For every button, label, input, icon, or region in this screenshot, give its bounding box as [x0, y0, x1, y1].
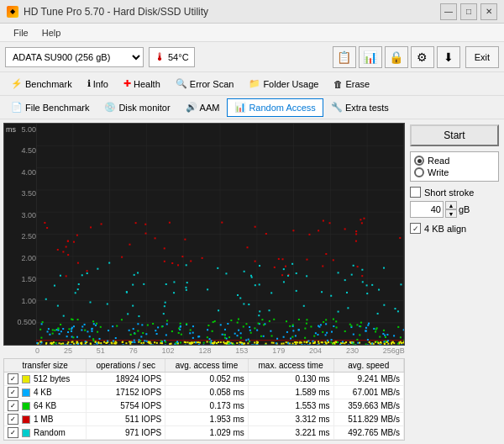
right-panel: Start Read Write Short stroke ▲ ▼ [408, 123, 501, 441]
close-button[interactable]: ✕ [480, 3, 497, 20]
align-option: ✓ 4 KB align [410, 223, 499, 234]
error-scan-icon: 🔍 [176, 78, 187, 89]
row-checkbox[interactable]: ✓ [8, 400, 18, 411]
y-label-300: 3.00 [6, 211, 36, 219]
write-radio[interactable]: Write [414, 167, 495, 177]
cell-label: ✓ Random [4, 426, 87, 440]
cell-avg-speed: 359.663 MB/s [333, 399, 403, 413]
table-row: ✓ 4 KB 17152 IOPS 0.058 ms 1.589 ms 67.0… [4, 386, 404, 399]
tab-erase[interactable]: 🗑 Erase [326, 75, 377, 93]
temperature-value: 54°C [168, 52, 189, 62]
thermometer-icon: 🌡 [155, 50, 165, 63]
window-title: HD Tune Pro 5.70 - Hard Disk/SSD Utility [24, 6, 208, 18]
chart-area: ms 5.00 4.50 4.00 3.50 3.00 2.50 2.00 1.… [3, 123, 405, 346]
tab-random-access[interactable]: 📊 Random Access [227, 98, 323, 117]
row-checkbox[interactable]: ✓ [8, 373, 18, 384]
cell-max-access: 0.130 ms [248, 373, 333, 386]
extra-tests-icon: 🔧 [331, 102, 343, 113]
maximize-button[interactable]: □ [460, 3, 477, 20]
row-checkbox[interactable]: ✓ [8, 387, 18, 398]
short-stroke-label: Short stroke [424, 188, 474, 198]
stroke-up-button[interactable]: ▲ [445, 201, 457, 209]
toolbar: ADATA SU900 (256 gB) 🌡 54°C 📋 📊 🔒 ⚙ ⬇ Ex… [0, 42, 504, 72]
table-row: ✓ 64 KB 5754 IOPS 0.173 ms 1.553 ms 359.… [4, 399, 404, 413]
toolbar-btn-3[interactable]: 🔒 [385, 46, 408, 68]
random-access-icon: 📊 [234, 102, 246, 113]
y-label-100: 1.00 [6, 297, 36, 305]
toolbar-btn-5[interactable]: ⬇ [437, 46, 460, 68]
y-label-500: 5.00 [6, 125, 36, 134]
menu-file[interactable]: File [7, 27, 35, 39]
tab-folder-usage[interactable]: 📁 Folder Usage [241, 75, 326, 93]
col-avg-speed: avg. speed [333, 359, 403, 373]
y-axis: 5.00 4.50 4.00 3.50 3.00 2.50 2.00 1.50 … [4, 124, 36, 328]
cell-ops: 971 IOPS [87, 426, 165, 440]
x-label-204: 204 [309, 346, 322, 355]
x-label-102: 102 [162, 346, 175, 355]
y-label-150: 1.50 [6, 275, 36, 283]
disk-monitor-icon: 💿 [104, 102, 116, 113]
toolbar-btn-2[interactable]: 📊 [359, 46, 382, 68]
cell-transfer-size: 64 KB [34, 401, 56, 410]
legend-color [22, 429, 30, 437]
col-max-access: max. access time [248, 359, 333, 373]
stroke-spinner: ▲ ▼ [445, 201, 457, 218]
start-button[interactable]: Start [410, 124, 499, 146]
scatter-canvas [36, 124, 404, 345]
cell-avg-access: 1.029 ms [165, 426, 249, 440]
minimize-button[interactable]: — [440, 3, 457, 20]
toolbar-btn-1[interactable]: 📋 [333, 46, 356, 68]
x-axis: 0 25 51 76 102 128 153 179 204 230 256gB [3, 346, 405, 356]
tab-aam-label: AAM [200, 103, 220, 113]
x-label-0: 0 [35, 346, 39, 355]
row-checkbox[interactable]: ✓ [8, 427, 18, 438]
drive-select[interactable]: ADATA SU900 (256 gB) [5, 47, 144, 67]
align-checkbox[interactable]: ✓ [410, 223, 421, 234]
stroke-input[interactable] [410, 201, 444, 218]
cell-ops: 18924 IOPS [87, 373, 165, 386]
app-icon: ◆ [7, 6, 18, 18]
legend-color [22, 375, 30, 383]
x-label-128: 128 [198, 346, 211, 355]
temperature-display: 🌡 54°C [149, 47, 195, 67]
tab-aam[interactable]: 🔊 AAM [178, 98, 228, 117]
tab-disk-monitor[interactable]: 💿 Disk monitor [97, 98, 177, 117]
toolbar-btn-4[interactable]: ⚙ [411, 46, 434, 68]
tab-extra-tests[interactable]: 🔧 Extra tests [323, 98, 396, 117]
tab-health[interactable]: ✚ Health [116, 75, 168, 93]
cell-avg-access: 0.058 ms [165, 386, 249, 399]
read-label: Read [428, 156, 449, 166]
cell-ops: 17152 IOPS [87, 386, 165, 399]
cell-max-access: 3.312 ms [248, 413, 333, 426]
exit-button[interactable]: Exit [465, 46, 499, 68]
option-group: Short stroke ▲ ▼ gB [410, 187, 499, 218]
cell-transfer-size: 512 bytes [34, 374, 70, 383]
menu-help[interactable]: Help [35, 27, 68, 39]
cell-label: ✓ 1 MB [4, 413, 87, 426]
cell-avg-speed: 9.241 MB/s [333, 373, 403, 386]
aam-icon: 🔊 [186, 102, 197, 113]
nav-tabs-row2: 📄 File Benchmark 💿 Disk monitor 🔊 AAM 📊 … [0, 96, 504, 119]
cell-max-access: 1.589 ms [248, 386, 333, 399]
row-checkbox[interactable]: ✓ [8, 414, 18, 425]
tab-health-label: Health [134, 79, 160, 89]
short-stroke-option: Short stroke [410, 187, 499, 198]
cell-label: ✓ 512 bytes [4, 373, 87, 386]
cell-max-access: 3.221 ms [248, 426, 333, 440]
legend-color [22, 402, 30, 410]
legend-color [22, 388, 30, 397]
x-label-153: 153 [235, 346, 248, 355]
short-stroke-checkbox[interactable] [410, 187, 421, 198]
tab-info[interactable]: ℹ Info [80, 75, 116, 93]
cell-avg-speed: 492.765 MB/s [333, 426, 403, 440]
tab-extra-tests-label: Extra tests [345, 103, 389, 113]
stroke-down-button[interactable]: ▼ [445, 209, 457, 218]
tab-benchmark[interactable]: ⚡ Benchmark [3, 75, 80, 93]
tab-error-scan[interactable]: 🔍 Error Scan [168, 75, 242, 93]
cell-avg-access: 1.953 ms [165, 413, 249, 426]
read-radio[interactable]: Read [414, 156, 495, 166]
tab-erase-label: Erase [345, 79, 370, 89]
gb-label: gB [459, 204, 470, 214]
write-radio-dot [414, 167, 424, 177]
tab-file-benchmark[interactable]: 📄 File Benchmark [3, 98, 97, 117]
